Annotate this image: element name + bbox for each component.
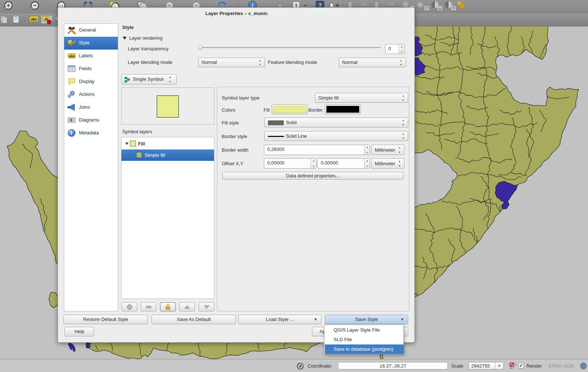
svg-text:i: i <box>71 130 72 136</box>
svg-text:abc: abc <box>31 17 37 21</box>
svg-text:abc: abc <box>69 54 75 58</box>
svg-text:ab: ab <box>44 17 48 21</box>
